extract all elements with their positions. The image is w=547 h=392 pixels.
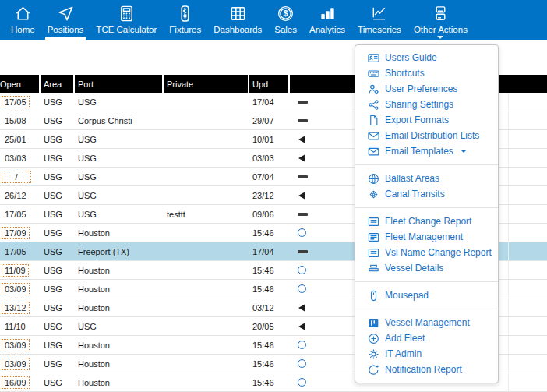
menu-item-label: Fleet Change Report: [385, 216, 471, 227]
menu-group-3: Fleet Change ReportFleet ManagementVsl N…: [355, 207, 498, 276]
cell-open: 11/09: [0, 261, 41, 279]
menu-item-label: Email Templates: [385, 146, 453, 157]
cell-private: [164, 373, 249, 391]
open-date-value[interactable]: 13/12: [2, 302, 30, 314]
nav-item-timeseries[interactable]: Timeseries: [351, 0, 408, 40]
cell-private: [164, 168, 249, 185]
open-date-value[interactable]: 03/09: [2, 283, 30, 295]
cell-private: [164, 355, 249, 373]
cell-open: 25/01: [0, 130, 41, 148]
menu-item-it-admin[interactable]: IT Admin: [355, 346, 498, 362]
column-header-open[interactable]: Open: [0, 75, 41, 93]
menu-item-label: Ballast Areas: [385, 173, 439, 184]
column-header-extra[interactable]: [509, 75, 547, 93]
cell-private: [164, 317, 249, 335]
cell-private: [164, 261, 249, 279]
menu-item-email-distribution-lists[interactable]: Email Distribution Lists: [355, 128, 498, 143]
open-date-value[interactable]: 03/09: [2, 339, 30, 351]
diamond-icon: [368, 189, 379, 200]
file-icon: [368, 115, 379, 126]
cell-private: testtt: [164, 205, 249, 223]
menu-item-label: Users Guide: [385, 52, 437, 63]
gear-icon: [368, 348, 379, 360]
menu-item-mousepad[interactable]: Mousepad: [355, 288, 498, 303]
cell-extra: [509, 168, 547, 185]
menu-item-users-guide[interactable]: Users Guide: [355, 50, 498, 65]
column-header-private[interactable]: Private: [164, 75, 249, 93]
cell-area: USG: [41, 242, 75, 260]
circle-status-icon: [298, 266, 306, 274]
menu-item-vessel-management[interactable]: Vessel Management: [355, 315, 498, 330]
menu-item-label: Vsl Name Change Report: [385, 247, 492, 258]
column-header-area[interactable]: Area: [41, 75, 75, 93]
envelope-list-icon: [368, 130, 379, 142]
circle-status-icon: [298, 341, 306, 349]
cell-upd: 23/12: [249, 186, 290, 204]
open-date-value[interactable]: 17/09: [2, 227, 30, 239]
nav-item-label: Sales: [274, 25, 297, 35]
nav-item-home[interactable]: Home: [5, 0, 41, 40]
menu-item-export-formats[interactable]: Export Formats: [355, 112, 498, 128]
nav-item-label: Positions: [48, 25, 84, 35]
cell-upd: 15:46: [249, 261, 290, 279]
circle-status-icon: [298, 228, 306, 237]
nav-item-label: Fixtures: [169, 25, 201, 35]
cell-open: 03/09: [0, 336, 41, 354]
cell-extra: [509, 261, 547, 279]
nav-item-positions[interactable]: Positions: [41, 0, 90, 40]
nav-item-other-actions[interactable]: Other Actions: [408, 0, 474, 40]
menu-item-canal-transits[interactable]: Canal Transits: [355, 186, 498, 202]
cell-port: Houston: [75, 373, 164, 391]
cell-port: Houston: [75, 355, 164, 373]
open-date-value[interactable]: 03/09: [2, 358, 30, 370]
fixtures-icon: [176, 5, 194, 23]
menu-item-label: Notification Report: [385, 364, 462, 375]
cell-private: [164, 336, 249, 354]
menu-item-fleet-management[interactable]: Fleet Management: [355, 229, 498, 245]
open-date-value[interactable]: 17/05: [2, 96, 30, 108]
menu-item-email-templates[interactable]: Email Templates: [355, 143, 498, 159]
menu-item-add-fleet[interactable]: Add Fleet: [355, 330, 498, 346]
open-date-value: 17/05: [2, 208, 30, 221]
menu-item-fleet-change-report[interactable]: Fleet Change Report: [355, 214, 498, 229]
cell-port: USG: [75, 149, 164, 167]
dash-status-icon: [298, 119, 308, 122]
nav-item-dashboards[interactable]: Dashboards: [207, 0, 268, 40]
menu-item-label: IT Admin: [385, 348, 422, 359]
nav-item-analytics[interactable]: Analytics: [303, 0, 351, 40]
menu-item-user-preferences[interactable]: User Preferences: [355, 81, 498, 97]
column-header-port[interactable]: Port: [75, 75, 164, 93]
menu-item-vsl-name-change-report[interactable]: Vsl Name Change Report: [355, 245, 498, 260]
cell-upd: 15:46: [249, 336, 290, 354]
nav-item-fixtures[interactable]: Fixtures: [163, 0, 207, 40]
menu-item-ballast-areas[interactable]: Ballast Areas: [355, 171, 498, 186]
cell-area: USG: [41, 280, 75, 298]
share-icon: [368, 99, 379, 111]
nav-item-tce-calculator[interactable]: TCE Calculator: [90, 0, 163, 40]
cell-extra: [509, 149, 547, 167]
open-date-value[interactable]: 16/09: [2, 376, 30, 389]
menu-item-sharing-settings[interactable]: Sharing Settings: [355, 97, 498, 112]
open-date-value: 26/12: [2, 189, 30, 202]
cell-extra: [509, 111, 547, 129]
menu-item-vessel-details[interactable]: Vessel Details: [355, 260, 498, 276]
menu-item-label: User Preferences: [385, 83, 457, 94]
open-date-value: 03/03: [2, 152, 30, 164]
cell-upd: 07/04: [249, 168, 290, 185]
open-date-value[interactable]: - - / - -: [2, 171, 31, 183]
cell-private: [164, 93, 249, 111]
nav-item-sales[interactable]: Sales: [268, 0, 303, 40]
cell-open: 16/09: [0, 373, 41, 391]
cell-port: USG: [75, 186, 164, 204]
open-date-value[interactable]: 11/09: [2, 264, 29, 277]
cell-extra: [509, 298, 547, 316]
menu-item-shortcuts[interactable]: Shortcuts: [355, 65, 498, 81]
column-header-upd[interactable]: Upd: [249, 75, 290, 93]
menu-item-notification-report[interactable]: Notification Report: [355, 362, 498, 377]
timeseries-icon: [370, 4, 388, 23]
open-date-value: 11/10: [2, 320, 29, 333]
cell-private: [164, 186, 249, 204]
menu-item-label: Canal Transits: [385, 189, 445, 200]
cell-open: 26/12: [0, 186, 41, 204]
cell-upd: 29/07: [249, 111, 290, 129]
